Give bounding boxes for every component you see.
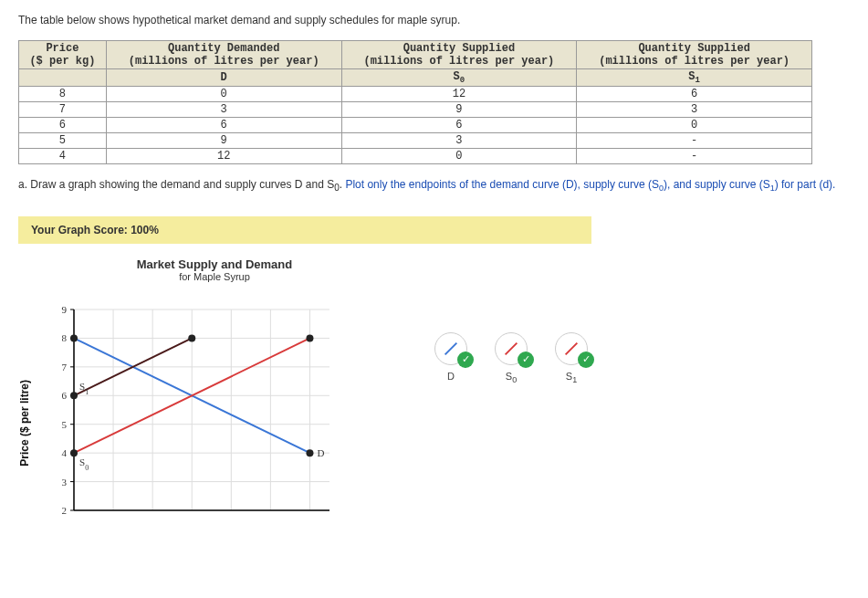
tool-s1[interactable]: ✓ S1: [555, 332, 588, 384]
table-row: 4 12 0 -: [19, 149, 812, 164]
cell: 9: [341, 102, 577, 118]
table-row: 8 0 12 6: [19, 87, 812, 102]
cell: -: [577, 133, 812, 149]
svg-text:S0: S0: [79, 456, 89, 471]
svg-text:8: 8: [62, 332, 68, 343]
cell: 3: [106, 102, 341, 118]
svg-text:S1: S1: [79, 381, 89, 396]
cell: 12: [106, 149, 341, 164]
cell: 0: [341, 149, 577, 164]
svg-point-40: [70, 392, 78, 399]
cell: 6: [19, 118, 107, 133]
cell: 12: [341, 87, 577, 102]
cell: 9: [106, 133, 341, 149]
subhead-s1: S1: [577, 69, 812, 87]
intro-text: The table below shows hypothetical marke…: [18, 14, 850, 26]
line-icon: [565, 342, 578, 355]
tool-label: S0: [506, 371, 517, 384]
score-banner: Your Graph Score: 100%: [18, 216, 591, 244]
tool-label: D: [447, 371, 455, 382]
table-row: 6 6 6 0: [19, 118, 812, 133]
svg-point-41: [188, 334, 195, 341]
line-icon: [444, 342, 457, 355]
chart-plot[interactable]: 98765432DS1S0: [33, 291, 389, 519]
cell: 4: [19, 149, 107, 164]
tool-d[interactable]: ✓ D: [434, 332, 467, 384]
chart-title: Market Supply and Demand: [96, 257, 333, 271]
line-icon: [505, 342, 518, 355]
svg-text:3: 3: [62, 476, 68, 487]
svg-text:D: D: [317, 447, 324, 458]
cell: 6: [341, 118, 577, 133]
tool-palette: ✓ D ✓ S0 ✓ S1: [434, 332, 599, 384]
svg-text:5: 5: [62, 418, 68, 429]
cell: 0: [577, 118, 812, 133]
cell: -: [577, 149, 812, 164]
table-row: 5 9 3 -: [19, 133, 812, 149]
svg-point-38: [306, 334, 313, 341]
table-row: 7 3 9 3: [19, 102, 812, 118]
tool-s0[interactable]: ✓ S0: [495, 332, 528, 384]
svg-text:6: 6: [62, 390, 68, 401]
data-table: Price ($ per kg) Quantity Demanded (mill…: [18, 40, 812, 164]
check-icon: ✓: [457, 351, 474, 368]
subhead-blank: [19, 69, 107, 87]
svg-text:7: 7: [62, 362, 68, 372]
th-qs1: Quantity Supplied (millions of litres pe…: [577, 41, 812, 69]
svg-point-34: [70, 334, 78, 341]
check-icon: ✓: [518, 351, 534, 368]
subhead-s0: S0: [341, 69, 577, 87]
subhead-d: D: [106, 69, 341, 87]
cell: 3: [341, 133, 577, 149]
tool-label: S1: [566, 371, 577, 384]
svg-point-35: [306, 449, 313, 456]
cell: 0: [106, 87, 341, 102]
cell: 5: [19, 133, 107, 149]
question-a: a. Draw a graph showing the demand and s…: [18, 178, 850, 193]
th-qd: Quantity Demanded (millions of litres pe…: [106, 41, 341, 69]
svg-text:9: 9: [62, 304, 68, 315]
cell: 7: [19, 102, 107, 118]
cell: 8: [19, 87, 107, 102]
th-price: Price ($ per kg): [19, 41, 107, 69]
chart-subtitle: for Maple Syrup: [96, 271, 333, 282]
svg-text:2: 2: [62, 505, 68, 516]
svg-text:4: 4: [62, 447, 68, 458]
th-qs0: Quantity Supplied (millions of litres pe…: [341, 41, 577, 69]
y-axis-label: Price ($ per litre): [18, 343, 31, 467]
check-icon: ✓: [578, 351, 594, 368]
svg-point-37: [70, 449, 78, 456]
cell: 6: [577, 87, 812, 102]
cell: 6: [106, 118, 341, 133]
cell: 3: [577, 102, 812, 118]
